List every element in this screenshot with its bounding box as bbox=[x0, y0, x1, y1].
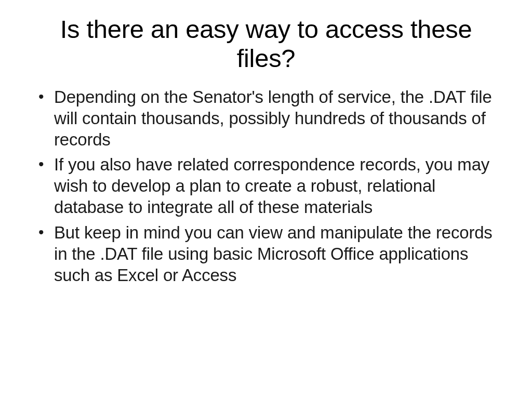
list-item: If you also have related correspondence … bbox=[31, 154, 501, 218]
slide-title: Is there an easy way to access these fil… bbox=[31, 15, 501, 73]
list-item: But keep in mind you can view and manipu… bbox=[31, 222, 501, 286]
bullet-list: Depending on the Senator's length of ser… bbox=[31, 87, 501, 286]
list-item: Depending on the Senator's length of ser… bbox=[31, 87, 501, 151]
